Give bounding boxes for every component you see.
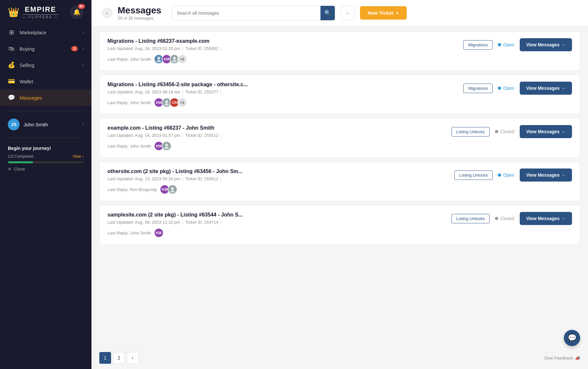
marketplace-icon: ⊞	[8, 29, 15, 36]
topbar: ‹ Messages 20 of 35 messages 🔍 ⬦ New Tic…	[91, 0, 588, 26]
status-badge: Open	[498, 172, 514, 178]
chat-widget-button[interactable]: 💬	[564, 330, 580, 346]
logo-flippers-label: — FLIPPERS —	[23, 14, 58, 19]
give-feedback-button[interactable]: Give Feedback 📣	[545, 356, 580, 361]
sidebar-item-buying[interactable]: 🛍 Buying 3 ›	[0, 40, 91, 57]
search-input[interactable]	[172, 7, 320, 19]
view-messages-button[interactable]: View Messages →	[520, 38, 572, 51]
view-messages-button[interactable]: View Messages →	[520, 168, 572, 182]
sidebar-collapse-button[interactable]: ‹	[102, 8, 112, 18]
buying-badge: 3	[71, 46, 78, 51]
journey-view-button[interactable]: View ›	[73, 154, 84, 159]
message-meta: Last Updated: Aug. 16, 2023 06:18 am | T…	[107, 89, 458, 94]
status-dot	[495, 130, 498, 133]
avatar	[168, 184, 177, 194]
buying-icon: 🛍	[8, 45, 15, 52]
page-button-1[interactable]: 1	[99, 352, 111, 364]
last-reply-label: Last Reply: John Smith	[107, 57, 151, 62]
status-badge: Open	[498, 42, 514, 47]
sidebar-item-label-messages: Messages	[20, 95, 84, 101]
sidebar-item-label-wallet: Wallet	[20, 79, 84, 84]
svg-point-3	[172, 60, 177, 62]
message-meta: Last Updated: Aug. 14, 2023 01:57 pm | T…	[107, 133, 446, 138]
svg-point-4	[165, 100, 168, 103]
avatar	[162, 141, 172, 151]
message-card: Migrations - Listing #66237-example.com …	[99, 31, 580, 71]
filter-button[interactable]: ⬦	[340, 6, 355, 20]
messages-icon: 💬	[8, 94, 15, 101]
status-dot	[495, 217, 498, 220]
tag-button[interactable]: Listing Unlocks	[451, 214, 490, 223]
sidebar: 👑 EMPIRE — FLIPPERS — 🔔 9+ ⊞ Marketplace…	[0, 0, 91, 369]
sidebar-item-wallet[interactable]: 💳 Wallet	[0, 73, 91, 89]
megaphone-icon: 📣	[575, 356, 580, 361]
avatar-more: +1	[177, 98, 187, 107]
logo-text: EMPIRE — FLIPPERS —	[23, 5, 58, 19]
sidebar-item-label-buying: Buying	[20, 46, 67, 52]
user-profile[interactable]: JS John Smith ›	[0, 114, 91, 135]
message-card: othersite.com (2 site pkg) - Listing #63…	[99, 162, 580, 201]
last-updated: Last Updated: Aug. 14, 2023 01:57 pm	[107, 133, 180, 138]
user-name: John Smith	[24, 122, 78, 127]
message-reply-row: Last Reply: Ron Burgundy KM	[107, 184, 449, 194]
last-reply-label: Last Reply: John Smith	[107, 100, 151, 105]
notification-bell[interactable]: 🔔 9+	[70, 5, 84, 19]
message-card-left: example.com - Listing #66237 - John Smit…	[107, 125, 446, 151]
sidebar-item-label-marketplace: Marketplace	[20, 30, 78, 35]
chevron-right-icon: ›	[82, 122, 84, 127]
status-dot	[498, 173, 501, 177]
journey-progress-label: 1/3 Completed	[8, 154, 33, 159]
status-badge: Open	[498, 86, 514, 91]
search-button[interactable]: 🔍	[320, 6, 335, 20]
tag-button[interactable]: Listing Unlocks	[454, 170, 493, 180]
message-card-right: Listing Unlocks Closed View Messages →	[451, 125, 572, 138]
view-messages-button[interactable]: View Messages →	[520, 212, 572, 225]
message-card: example.com - Listing #66237 - John Smit…	[99, 118, 580, 158]
status-text: Open	[503, 86, 514, 91]
message-reply-row: Last Reply: John Smith KM +1	[107, 54, 458, 64]
message-meta: Last Updated: Aug. 16, 2023 01:33 pm | T…	[107, 46, 458, 51]
wallet-icon: 💳	[8, 78, 15, 85]
status-text: Closed	[500, 129, 514, 134]
status-text: Open	[503, 42, 514, 47]
avatar: JS	[8, 119, 20, 130]
new-ticket-button[interactable]: New Ticket +	[360, 6, 407, 20]
message-reply-row: Last Reply: John Smith KM CR+1	[107, 98, 458, 107]
sidebar-item-messages[interactable]: 💬 Messages	[0, 89, 91, 106]
last-reply-label: Last Reply: John Smith	[107, 144, 151, 149]
close-journey-button[interactable]: ✕ Close	[8, 167, 84, 171]
tag-button[interactable]: Migrations	[463, 40, 493, 50]
logo-crown-icon: 👑	[8, 7, 19, 18]
status-text: Closed	[500, 216, 514, 221]
sidebar-divider	[8, 111, 84, 111]
ticket-id: Ticket ID: 255377	[185, 89, 218, 94]
message-card-header: othersite.com (2 site pkg) - Listing #63…	[107, 168, 572, 194]
search-icon: 🔍	[324, 10, 331, 16]
message-title: othersite.com (2 site pkg) - Listing #63…	[107, 168, 449, 174]
message-card-right: Migrations Open View Messages →	[463, 38, 572, 51]
tag-button[interactable]: Migrations	[463, 84, 493, 93]
tag-button[interactable]: Listing Unlocks	[451, 127, 490, 136]
svg-point-1	[156, 60, 161, 62]
chat-icon: 💬	[568, 334, 577, 342]
avatar-more: +1	[177, 54, 187, 64]
chevron-right-icon: ›	[82, 63, 84, 67]
view-messages-button[interactable]: View Messages →	[520, 125, 572, 138]
view-messages-button[interactable]: View Messages →	[520, 82, 572, 95]
status-dot	[498, 43, 501, 46]
filter-icon: ⬦	[346, 10, 349, 16]
close-icon: ✕	[8, 167, 11, 171]
sidebar-item-selling[interactable]: 💰 Selling ›	[0, 57, 91, 73]
message-card: Migrations - Listing #63456-2-site packa…	[99, 75, 580, 114]
sidebar-item-marketplace[interactable]: ⊞ Marketplace ›	[0, 24, 91, 40]
page-button-2[interactable]: 2	[113, 352, 125, 364]
notification-badge: 9+	[78, 4, 85, 9]
avatar: KM	[154, 228, 164, 238]
sidebar-item-label-selling: Selling	[20, 62, 78, 68]
message-title: samplesite.com (2 site pkg) - Listing #6…	[107, 212, 446, 218]
status-badge: Closed	[495, 129, 514, 134]
bell-icon: 🔔	[73, 8, 80, 16]
page-next-button[interactable]: ›	[127, 352, 139, 364]
messages-list: Migrations - Listing #66237-example.com …	[91, 26, 588, 349]
page-subtitle: 20 of 35 messages	[118, 16, 161, 21]
